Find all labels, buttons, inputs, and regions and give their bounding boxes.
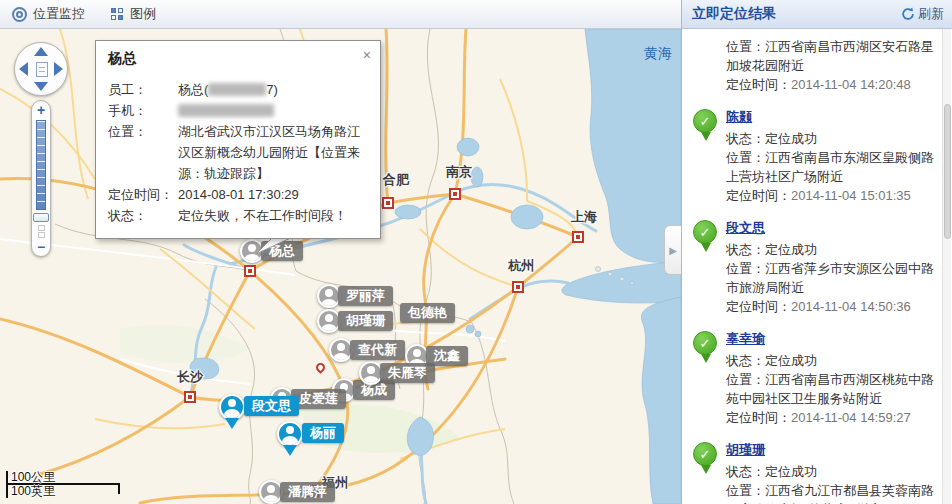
marker-tail [283,445,297,463]
sidebar-collapse-tab[interactable]: ▶ [664,225,681,275]
entry-time: 定位时间：2014-11-04 14:50:36 [726,297,936,316]
marker-label: 杨丽 [302,423,344,443]
entry-status: 状态：定位成功 [726,240,936,259]
entry-status: 状态：定位成功 [726,462,936,481]
entry-time: 定位时间：2014-11-04 14:59:27 [726,408,936,427]
popup-field-value: 杨总(7) [178,79,368,100]
toolbar: 位置监控 图例 [0,0,681,29]
sidebar-scrollbar[interactable] [942,29,951,504]
green-check-pin-icon: ✓ [693,220,719,254]
marker-label: 胡瑾珊 [338,311,393,331]
entry-location: 位置：江西省南昌市西湖区安石路星加坡花园附近 [726,37,936,75]
location-label: 位置： [726,39,765,54]
map-pan-control [14,42,68,96]
toolbar-item-legend[interactable]: 图例 [111,5,156,23]
refresh-icon [901,7,915,21]
popup-field-value [178,100,368,121]
zoom-slider-handle[interactable] [33,213,49,222]
chevron-right-icon: ▶ [669,245,677,256]
popup-field-label: 定位时间： [108,184,178,205]
pan-down-icon[interactable] [34,82,48,91]
toolbar-item-location-monitor[interactable]: 位置监控 [12,5,85,23]
marker-label: 皮爱莲 [291,389,346,409]
employee-name-link[interactable]: 段文思 [726,219,765,237]
close-icon[interactable]: × [363,48,371,62]
popup-field-row: 位置： 湖北省武汉市江汉区马场角路江汉区新概念幼儿园附近【位置来源：轨迹跟踪】 [108,121,368,184]
marker-label: 查代新 [350,340,405,360]
refresh-label: 刷新 [918,5,944,23]
app-root: 位置监控 图例 立即定位结果 刷新 [0,0,952,504]
marker-label: 潘腾萍 [280,482,335,502]
redacted-text [208,83,266,96]
entry-location: 位置：江西省南昌市东湖区皇殿侧路上营坊社区广场附近 [726,148,936,186]
time-value: 2014-11-04 14:20:48 [791,77,911,92]
marker-label: 朱雁琴 [380,363,435,383]
entry-time: 定位时间：2014-11-04 14:20:48 [726,75,936,94]
info-popup: 杨总 × 员工： 杨总(7) 手机： 位置： 湖北省武汉市江汉区马场角路江汉区新… [95,40,381,239]
entry-status: 状态：定位成功 [726,129,936,148]
result-entry: ✓ 辜幸瑜 状态：定位成功 位置：江西省南昌市西湖区桃苑中路苑中园社区卫生服务站… [690,329,936,427]
city-name-label: 南京 [446,163,472,181]
city-name-label: 合肥 [383,171,409,189]
popup-field-label: 位置： [108,121,178,184]
result-entry: ✓ 陈颢 状态：定位成功 位置：江西省南昌市东湖区皇殿侧路上营坊社区广场附近 定… [690,107,936,205]
popup-field-label: 状态： [108,205,178,226]
person-avatar-icon [277,421,303,447]
entry-status: 状态：定位成功 [726,351,936,370]
zoom-notch [38,225,45,231]
employee-name-link[interactable]: 辜幸瑜 [726,330,765,348]
toolbar-label-monitor: 位置监控 [33,5,85,23]
popup-field-value: 2014-08-01 17:30:29 [178,184,368,205]
popup-field-row: 手机： [108,100,368,121]
entry-location: 位置：江西省南昌市西湖区桃苑中路苑中园社区卫生服务站附近 [726,370,936,408]
sidebar-title: 立即定位结果 [692,5,776,23]
pan-left-icon[interactable] [19,62,28,76]
green-check-pin-icon: ✓ [693,331,719,365]
city-name-label: 杭州 [508,257,534,275]
city-name-label: 上海 [571,208,597,226]
green-check-pin-icon: ✓ [693,109,719,143]
city-dot-icon [572,231,584,243]
green-check-pin-icon: ✓ [693,442,719,476]
entry-time: 定位时间：2014-11-04 15:01:35 [726,186,936,205]
zoom-out-button[interactable]: − [32,239,50,255]
pan-right-icon[interactable] [54,62,63,76]
target-icon [12,7,27,22]
pan-center-button[interactable] [36,62,48,77]
pan-up-icon[interactable] [34,47,48,56]
sidebar-scrollbar-thumb[interactable] [944,104,951,239]
marker-label: 罗丽萍 [338,286,393,306]
city-dot-icon [382,197,394,209]
marker-label: 包德艳 [400,303,455,323]
city-dot-icon [184,391,196,403]
map-canvas[interactable]: 黄海 合肥 南京 上海 杭州 长沙 福州 杨总 罗丽萍 包德艳 胡瑾珊 [0,29,681,504]
popup-field-label: 手机： [108,100,178,121]
entry-location: 位置：江西省萍乡市安源区公园中路市旅游局附近 [726,259,936,297]
popup-field-label: 员工： [108,79,178,100]
toolbar-label-legend: 图例 [130,5,156,23]
redacted-text [178,104,274,117]
popup-field-value: 定位失败，不在工作时间段！ [178,205,368,226]
legend-grid-icon [111,8,124,21]
city-dot-icon [449,188,461,200]
map-scale-bar: 100公里 100英里 [6,470,126,502]
popup-field-row: 员工： 杨总(7) [108,79,368,100]
city-name-label: 长沙 [177,368,203,386]
refresh-button[interactable]: 刷新 [901,5,944,23]
city-dot-icon [244,265,256,277]
zoom-slider-track[interactable] [36,120,46,210]
employee-name-link[interactable]: 胡瑾珊 [726,441,765,459]
time-label: 定位时间： [726,77,791,92]
result-entry: ✓ 段文思 状态：定位成功 位置：江西省萍乡市安源区公园中路市旅游局附近 定位时… [690,218,936,316]
sidebar-header: 立即定位结果 刷新 [681,0,952,29]
popup-field-row: 定位时间： 2014-08-01 17:30:29 [108,184,368,205]
zoom-notch [38,232,45,238]
result-entry-partial: 位置：江西省南昌市西湖区安石路星加坡花园附近 定位时间：2014-11-04 1… [690,37,936,94]
employee-name-link[interactable]: 陈颢 [726,108,752,126]
result-entry: ✓ 胡瑾珊 状态：定位成功 位置：江西省九江市都昌县芙蓉南路万宜购物广场(芙蓉店… [690,440,936,504]
zoom-in-button[interactable]: + [32,102,50,118]
map-zoom-slider: + − [31,100,51,257]
popup-field-value: 湖北省武汉市江汉区马场角路江汉区新概念幼儿园附近【位置来源：轨迹跟踪】 [178,121,368,184]
scale-mi-label: 100英里 [11,483,55,500]
popup-title: 杨总 [96,41,380,73]
